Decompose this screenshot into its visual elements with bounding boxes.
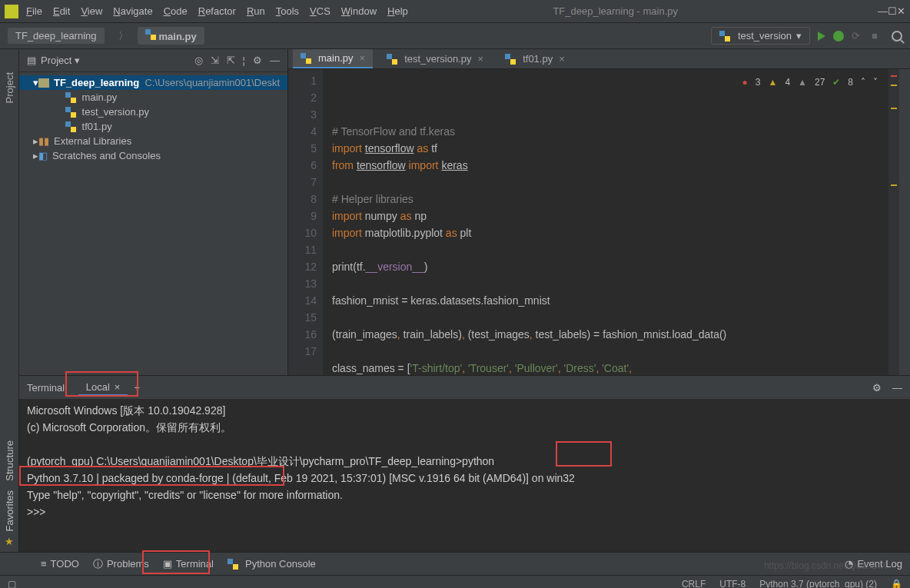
weak-warning-icon: ▲	[798, 74, 807, 91]
chevron-up-icon[interactable]: ˄	[861, 74, 865, 91]
run-button[interactable]	[818, 32, 825, 41]
editor-tabs: main.py×test_version.py×tf01.py×	[288, 49, 910, 69]
editor-tab[interactable]: test_version.py×	[379, 50, 491, 68]
lock-icon[interactable]: 🔒	[891, 579, 902, 589]
app-icon	[5, 5, 18, 18]
close-icon[interactable]: ×	[115, 381, 121, 393]
collapse-icon[interactable]: ⇲	[211, 55, 219, 66]
python-icon	[719, 31, 730, 42]
add-terminal-button[interactable]: +	[134, 382, 140, 394]
debug-button[interactable]	[833, 31, 844, 42]
project-tree[interactable]: ▾ TF_deep_learning C:\Users\quanjiamin00…	[19, 72, 287, 166]
close-button[interactable]: ✕	[897, 5, 905, 17]
search-everywhere-icon[interactable]	[892, 31, 902, 42]
tree-file[interactable]: test_version.py	[19, 105, 287, 119]
hide-icon[interactable]: —	[892, 382, 902, 394]
menu-edit[interactable]: Edit	[53, 5, 70, 17]
menu-run[interactable]: Run	[247, 5, 265, 17]
tree-file[interactable]: main.py	[19, 90, 287, 105]
breadcrumb-project[interactable]: TF_deep_learning	[8, 28, 105, 44]
tree-scratches[interactable]: ▸ ◧ Scratches and Consoles	[19, 148, 287, 163]
python-icon	[65, 107, 76, 118]
encoding[interactable]: UTF-8	[719, 579, 746, 589]
chevron-down-icon[interactable]: ▾	[75, 55, 80, 66]
tool-windows-icon[interactable]: ▢	[8, 579, 16, 589]
python-icon	[65, 121, 76, 132]
interpreter[interactable]: Python 3.7 (pytorch_gpu) (2)	[759, 579, 877, 589]
typo-icon: ✔	[832, 74, 840, 91]
chevron-right-icon: ▸	[33, 150, 38, 161]
list-icon: ≡	[41, 558, 47, 570]
expand-icon[interactable]: ⇱	[227, 55, 235, 66]
python-icon	[65, 92, 76, 103]
error-stripe[interactable]	[888, 69, 899, 375]
menubar: FileEditViewNavigateCodeRefactorRunTools…	[0, 0, 910, 23]
terminal-button[interactable]: ▣Terminal	[163, 558, 214, 570]
favorites-tool-tab[interactable]: Favorites	[4, 490, 15, 531]
scratch-icon: ◧	[38, 150, 48, 161]
menu-refactor[interactable]: Refactor	[198, 5, 236, 17]
info-icon: ⓘ	[93, 557, 103, 571]
menu-view[interactable]: View	[81, 5, 102, 17]
maximize-button[interactable]: ☐	[888, 5, 897, 17]
minimize-button[interactable]: —	[878, 5, 888, 17]
project-tool-tab[interactable]: Project	[4, 72, 15, 103]
status-bar: ▢ CRLF UTF-8 Python 3.7 (pytorch_gpu) (2…	[0, 575, 910, 588]
run-config-selector[interactable]: test_version ▾	[711, 27, 810, 45]
project-panel-title[interactable]: Project	[41, 55, 71, 66]
inspection-summary[interactable]: ●3 ▲4 ▲27 ✔8 ˄ ˅	[742, 74, 878, 91]
editor: main.py×test_version.py×tf01.py× 1234567…	[288, 49, 910, 375]
python-icon	[387, 54, 397, 65]
line-sep[interactable]: CRLF	[682, 579, 706, 589]
gear-icon[interactable]: ⚙	[872, 382, 882, 394]
right-rail	[899, 69, 910, 375]
menu-vcs[interactable]: VCS	[310, 5, 330, 17]
folder-icon	[38, 78, 49, 88]
tree-file[interactable]: tf01.py	[19, 119, 287, 134]
chevron-down-icon[interactable]: ˅	[873, 74, 878, 91]
close-icon[interactable]: ×	[559, 53, 565, 65]
terminal-output[interactable]: Microsoft Windows [版本 10.0.19042.928](c)…	[19, 399, 910, 552]
library-icon: ▮▮	[38, 135, 49, 147]
python-icon	[505, 54, 516, 65]
terminal-tab-local[interactable]: Local×	[78, 380, 128, 396]
project-panel: ▤ Project ▾ ◎ ⇲ ⇱ ¦ ⚙ — ▾ TF_deep_learni…	[19, 49, 288, 375]
warning-icon: ▲	[768, 74, 777, 91]
problems-button[interactable]: ⓘProblems	[93, 557, 149, 571]
python-console-button[interactable]: Python Console	[227, 558, 316, 570]
gear-icon[interactable]: ⚙	[253, 55, 262, 66]
tree-root[interactable]: ▾ TF_deep_learning C:\Users\quanjiamin00…	[19, 75, 287, 90]
structure-tool-tab[interactable]: Structure	[4, 440, 15, 481]
divider-icon: ¦	[243, 55, 245, 66]
event-log-button[interactable]: ◔Event Log	[845, 558, 902, 570]
chevron-right-icon: ▸	[33, 135, 38, 147]
chat-icon: ◔	[845, 558, 853, 570]
editor-tab[interactable]: tf01.py×	[497, 50, 573, 68]
terminal-panel: Terminal: Local× + ⚙ — Microsoft Windows…	[19, 375, 910, 552]
menu-help[interactable]: Help	[387, 5, 408, 17]
python-icon	[301, 53, 311, 64]
window-title: TF_deep_learning - main.py	[553, 5, 678, 17]
hide-icon[interactable]: —	[270, 55, 280, 66]
menu-window[interactable]: Window	[341, 5, 377, 17]
bottom-toolbar: ≡TODO ⓘProblems ▣Terminal Python Console…	[0, 552, 910, 575]
menu-file[interactable]: File	[26, 5, 42, 17]
menu-tools[interactable]: Tools	[276, 5, 299, 17]
todo-button[interactable]: ≡TODO	[41, 558, 79, 570]
breadcrumb-file[interactable]: main.py	[138, 27, 204, 45]
close-icon[interactable]: ×	[478, 53, 484, 65]
error-icon: ●	[742, 74, 748, 91]
tree-external-libs[interactable]: ▸ ▮▮ External Libraries	[19, 134, 287, 148]
menu-navigate[interactable]: Navigate	[113, 5, 152, 17]
code-content[interactable]: ●3 ▲4 ▲27 ✔8 ˄ ˅ # TensorFlow and tf.ker…	[323, 69, 888, 375]
terminal-icon: ▣	[163, 558, 172, 570]
line-gutter[interactable]: 1234567891011121314151617	[288, 69, 323, 375]
toolbar: TF_deep_learning 〉 main.py test_version …	[0, 23, 910, 49]
locate-icon[interactable]: ◎	[194, 55, 203, 66]
python-icon	[145, 29, 156, 40]
close-icon[interactable]: ×	[360, 52, 366, 64]
editor-tab[interactable]: main.py×	[293, 49, 373, 68]
menu-code[interactable]: Code	[164, 5, 188, 17]
star-icon: ★	[5, 536, 14, 547]
coverage-button[interactable]: ⟳	[852, 30, 864, 42]
